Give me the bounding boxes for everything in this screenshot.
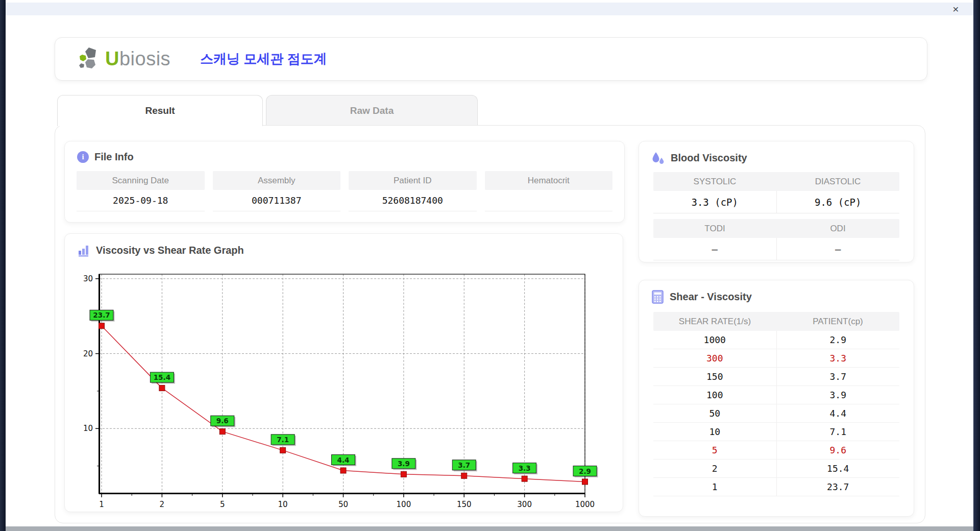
tab-result[interactable]: Result [57, 95, 263, 126]
table-row: 3003.3 [653, 349, 899, 368]
svg-text:10: 10 [83, 424, 93, 433]
file-info-field: Assembly000711387 [213, 171, 341, 211]
svg-text:2: 2 [160, 500, 165, 509]
svg-text:50: 50 [338, 500, 348, 509]
svg-text:30: 30 [83, 274, 93, 283]
svg-text:2.9: 2.9 [579, 467, 591, 475]
column-header: TODI [653, 219, 776, 238]
blood-drop-icon [651, 151, 665, 165]
field-value: 000711387 [213, 190, 341, 211]
svg-text:3.3: 3.3 [519, 464, 531, 472]
metric-value: 9.6 (cP) [776, 191, 900, 213]
file-info-field: Patient ID52608187400 [349, 171, 477, 211]
shear-rate-cell: 300 [653, 349, 776, 367]
blood-viscosity-value-row: –– [653, 238, 899, 260]
file-info-field: Scanning Date2025-09-18 [77, 171, 205, 211]
column-header: SHEAR RATE(1/s) [653, 312, 776, 331]
shear-rate-cell: 1 [653, 478, 776, 496]
viscosity-graph-card: Viscosity vs Shear Rate Graph 1020301251… [64, 233, 623, 512]
shear-rate-cell: 2 [653, 460, 776, 477]
field-value [485, 190, 613, 211]
svg-text:1000: 1000 [575, 500, 595, 509]
table-row: 59.6 [653, 441, 899, 460]
window-bottom-border [0, 526, 980, 531]
viscosity-shear-chart: 1020301251050100150300100023.715.49.67.1… [65, 234, 624, 513]
table-row: 1003.9 [653, 386, 899, 404]
file-info-title: File Info [94, 151, 134, 163]
header-card: Ubiosis 스캐닝 모세관 점도계 [55, 37, 927, 81]
patient-cell: 23.7 [776, 478, 900, 496]
shear-viscosity-table: SHEAR RATE(1/s)PATIENT(cp)10002.93003.31… [653, 312, 899, 496]
blood-viscosity-title: Blood Viscosity [671, 152, 747, 164]
patient-cell: 15.4 [776, 460, 900, 477]
table-row: 107.1 [653, 423, 899, 441]
table-row: 123.7 [653, 478, 899, 496]
table-row: 10002.9 [653, 331, 899, 349]
blood-viscosity-header-row: SYSTOLICDIASTOLIC [653, 172, 899, 191]
patient-cell: 3.3 [776, 349, 900, 367]
patient-cell: 7.1 [776, 423, 900, 441]
field-value: 52608187400 [349, 190, 477, 211]
patient-cell: 9.6 [776, 441, 900, 459]
svg-text:3.7: 3.7 [458, 461, 470, 469]
column-header: ODI [776, 219, 899, 238]
tab-raw-data[interactable]: Raw Data [266, 95, 478, 125]
field-label: Hematocrit [485, 171, 613, 190]
file-info-fields: Scanning Date2025-09-18Assembly000711387… [77, 171, 612, 211]
svg-text:150: 150 [457, 500, 472, 509]
column-header: DIASTOLIC [776, 172, 899, 191]
svg-text:20: 20 [83, 349, 93, 358]
window-right-border [973, 0, 980, 531]
shear-rate-cell: 5 [653, 441, 776, 459]
shear-viscosity-card: Shear - Viscosity SHEAR RATE(1/s)PATIENT… [639, 280, 914, 517]
field-label: Patient ID [349, 171, 477, 190]
close-icon[interactable]: × [949, 3, 962, 15]
metric-value: – [776, 238, 900, 260]
column-header: PATIENT(cp) [776, 312, 899, 331]
field-value: 2025-09-18 [77, 190, 205, 211]
table-row: 504.4 [653, 404, 899, 423]
app-window: × Ubiosis 스캐닝 모세관 점도계 Result Raw Data i … [0, 0, 980, 531]
window-left-border [0, 0, 6, 531]
svg-text:9.6: 9.6 [216, 417, 229, 425]
shear-viscosity-title: Shear - Viscosity [670, 291, 752, 303]
info-icon: i [77, 151, 89, 163]
blood-viscosity-card: Blood Viscosity SYSTOLICDIASTOLIC3.3 (cP… [639, 141, 914, 262]
svg-text:100: 100 [397, 500, 411, 509]
patient-cell: 3.7 [776, 368, 900, 385]
shear-table-header-row: SHEAR RATE(1/s)PATIENT(cp) [653, 312, 899, 331]
patient-cell: 2.9 [776, 331, 900, 349]
svg-text:23.7: 23.7 [93, 311, 110, 319]
metric-value: 3.3 (cP) [653, 191, 776, 213]
ubiosis-logo-icon [78, 46, 102, 72]
svg-text:300: 300 [517, 500, 532, 509]
metric-value: – [653, 238, 776, 260]
svg-text:7.1: 7.1 [277, 436, 289, 444]
column-header: SYSTOLIC [653, 172, 776, 191]
table-row: 1503.7 [653, 368, 899, 386]
svg-text:1: 1 [99, 500, 104, 509]
blood-viscosity-value-row: 3.3 (cP)9.6 (cP) [653, 191, 899, 213]
patient-cell: 4.4 [776, 404, 900, 422]
svg-text:4.4: 4.4 [337, 456, 350, 464]
svg-text:15.4: 15.4 [154, 373, 170, 381]
shear-rate-cell: 150 [653, 368, 776, 385]
shear-rate-cell: 100 [653, 386, 776, 404]
window-titlebar: × [6, 3, 973, 15]
table-row: 215.4 [653, 460, 899, 478]
blood-viscosity-block: SYSTOLICDIASTOLIC3.3 (cP)9.6 (cP) [653, 172, 899, 213]
shear-rate-cell: 1000 [653, 331, 776, 349]
shear-rate-cell: 10 [653, 423, 776, 441]
svg-text:3.9: 3.9 [398, 460, 410, 468]
ubiosis-logo: Ubiosis [78, 46, 170, 72]
file-info-field: Hematocrit [485, 171, 613, 211]
shear-rate-cell: 50 [653, 404, 776, 422]
field-label: Scanning Date [77, 171, 205, 190]
page-title: 스캐닝 모세관 점도계 [200, 50, 327, 68]
svg-text:10: 10 [278, 500, 288, 509]
blood-viscosity-header-row: TODIODI [653, 219, 899, 238]
file-info-card: i File Info Scanning Date2025-09-18Assem… [64, 141, 625, 223]
calculator-icon [651, 290, 664, 304]
blood-viscosity-table: SYSTOLICDIASTOLIC3.3 (cP)9.6 (cP)TODIODI… [653, 172, 899, 260]
ubiosis-logo-text: Ubiosis [105, 48, 170, 70]
